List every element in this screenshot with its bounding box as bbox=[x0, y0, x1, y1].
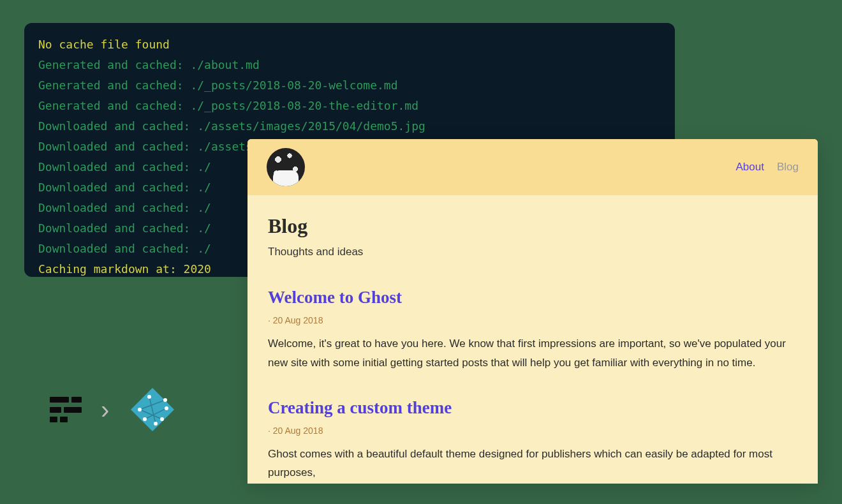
netlify-icon bbox=[127, 384, 178, 435]
post-item: Welcome to Ghost · 20 Aug 2018 Welcome, … bbox=[268, 288, 797, 373]
post-date: · 20 Aug 2018 bbox=[268, 315, 797, 325]
blog-header: About Blog bbox=[247, 139, 818, 195]
serverless-icon bbox=[50, 393, 83, 426]
terminal-line: No cache file found bbox=[38, 34, 661, 55]
post-title-link[interactable]: Creating a custom theme bbox=[268, 398, 797, 418]
svg-point-9 bbox=[154, 422, 158, 426]
post-excerpt: Ghost comes with a beautiful default the… bbox=[268, 445, 797, 483]
post-title-link[interactable]: Welcome to Ghost bbox=[268, 288, 797, 308]
terminal-line: Generated and cached: ./_posts/2018-08-2… bbox=[38, 96, 661, 116]
terminal-line: Downloaded and cached: ./assets/images/2… bbox=[38, 116, 661, 137]
svg-point-5 bbox=[138, 408, 142, 411]
terminal-line: Generated and cached: ./about.md bbox=[38, 55, 661, 75]
terminal-line: Generated and cached: ./_posts/2018-08-2… bbox=[38, 75, 661, 96]
svg-point-11 bbox=[143, 417, 147, 421]
chevron-right-icon: › bbox=[101, 396, 109, 424]
blog-preview-window: About Blog Blog Thoughts and ideas Welco… bbox=[247, 139, 818, 484]
svg-point-10 bbox=[165, 406, 168, 410]
post-item: Creating a custom theme · 20 Aug 2018 Gh… bbox=[268, 398, 797, 483]
blog-body: Blog Thoughts and ideas Welcome to Ghost… bbox=[247, 195, 818, 484]
post-excerpt: Welcome, it's great to have you here. We… bbox=[268, 334, 797, 373]
nav-link-about[interactable]: About bbox=[736, 161, 764, 174]
svg-point-7 bbox=[160, 417, 164, 421]
avatar[interactable] bbox=[267, 148, 305, 186]
svg-point-6 bbox=[163, 398, 167, 402]
nav-link-blog[interactable]: Blog bbox=[777, 161, 799, 174]
post-date: · 20 Aug 2018 bbox=[268, 426, 797, 436]
build-flow-icons: › bbox=[50, 384, 178, 435]
page-subtitle: Thoughts and ideas bbox=[268, 246, 797, 258]
svg-point-8 bbox=[147, 395, 151, 399]
page-title: Blog bbox=[268, 214, 797, 238]
nav-links: About Blog bbox=[736, 161, 799, 174]
